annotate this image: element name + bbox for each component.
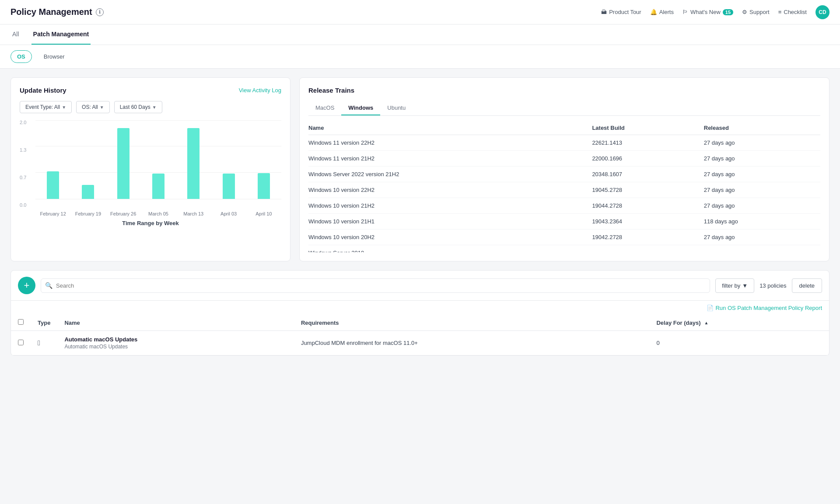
col-latest-build: Latest Build xyxy=(592,121,704,135)
release-name: Windows 11 version 22H2 xyxy=(308,135,592,151)
release-name: Windows 10 version 22H2 xyxy=(308,182,592,198)
filter-by-button[interactable]: filter by ▼ xyxy=(715,278,754,293)
chart-bar xyxy=(117,128,130,199)
tab-all[interactable]: All xyxy=(10,24,21,45)
release-name: Windows Server 2022 version 21H2 xyxy=(308,167,592,182)
support-label: Support xyxy=(749,9,770,15)
support-nav[interactable]: ⚙ Support xyxy=(742,9,770,15)
col-type: Type xyxy=(31,315,57,331)
bar-group xyxy=(211,120,246,199)
product-tour-nav[interactable]: 🏔 Product Tour xyxy=(601,9,641,15)
main-tabs: All Patch Management xyxy=(0,24,840,45)
policies-table: Type Name Requirements Delay For (days) … xyxy=(11,315,829,355)
chart-x-label: March 05 xyxy=(141,211,176,216)
dropdown-arrow-icon: ▼ xyxy=(152,105,157,110)
policies-section: + 🔍 filter by ▼ 13 policies delete 📄 Run… xyxy=(10,270,830,356)
row-requirements-cell: JumpCloud MDM enrollment for macOS 11.0+ xyxy=(294,331,650,355)
chart-y-labels: 2.0 1.3 0.7 0.0 xyxy=(20,120,26,208)
col-checkbox xyxy=(11,315,31,331)
sub-tab-browser[interactable]: Browser xyxy=(37,50,71,63)
update-history-card: Update History View Activity Log Event T… xyxy=(10,77,290,261)
checklist-icon: ≡ xyxy=(778,9,782,15)
release-released: 27 days ago xyxy=(704,151,820,167)
chart-footer-label: Time Range by Week xyxy=(20,220,281,226)
release-build: 19043.2364 xyxy=(592,214,704,229)
row-name-cell: Automatic macOS Updates Automatic macOS … xyxy=(57,331,294,355)
release-table-wrapper[interactable]: Name Latest Build Released Windows 11 ve… xyxy=(308,121,820,252)
y-label-0: 0.0 xyxy=(20,203,26,208)
search-input[interactable] xyxy=(41,278,710,293)
header-left: Policy Management ℹ xyxy=(10,7,104,17)
release-name: Windows 10 version 21H1 xyxy=(308,214,592,229)
date-range-filter[interactable]: Last 60 Days ▼ xyxy=(114,101,162,113)
page-title: Policy Management xyxy=(10,7,92,17)
whats-new-badge: 15 xyxy=(723,9,733,15)
release-build: 19042.2728 xyxy=(592,229,704,245)
os-filter[interactable]: OS: All ▼ xyxy=(76,101,110,113)
policies-count: 13 policies xyxy=(760,282,786,289)
report-link[interactable]: 📄 Run OS Patch Management Policy Report xyxy=(707,305,822,311)
event-type-filter[interactable]: Event Type: All ▼ xyxy=(20,101,72,113)
release-build: 19044.2728 xyxy=(592,198,704,214)
bars-container xyxy=(35,120,281,199)
filters: Event Type: All ▼ OS: All ▼ Last 60 Days… xyxy=(20,101,281,113)
view-activity-link[interactable]: View Activity Log xyxy=(239,87,281,94)
flag-icon: 🏳 xyxy=(682,9,688,15)
chart-x-label: February 19 xyxy=(70,211,105,216)
tab-windows[interactable]: Windows xyxy=(341,101,380,115)
bar-group xyxy=(106,120,141,199)
checklist-nav[interactable]: ≡ Checklist xyxy=(778,9,807,15)
update-history-title: Update History xyxy=(20,87,66,94)
whats-new-nav[interactable]: 🏳 What's New 15 xyxy=(682,9,733,15)
row-checkbox-cell xyxy=(11,331,31,355)
sub-tab-os[interactable]: OS xyxy=(10,50,32,63)
cards-row: Update History View Activity Log Event T… xyxy=(10,77,830,261)
alerts-label: Alerts xyxy=(659,9,674,15)
release-released: 27 days ago xyxy=(704,198,820,214)
release-build: 22621.1413 xyxy=(592,135,704,151)
table-row: Windows 11 version 22H2 22621.1413 27 da… xyxy=(308,135,820,151)
table-row:  Automatic macOS Updates Automatic macO… xyxy=(11,331,829,355)
row-delay-cell: 0 xyxy=(649,331,829,355)
bar-group xyxy=(35,120,70,199)
chart-x-label: March 13 xyxy=(176,211,211,216)
tab-macos[interactable]: MacOS xyxy=(308,101,341,115)
alerts-nav[interactable]: 🔔 Alerts xyxy=(650,9,674,15)
dropdown-arrow-icon: ▼ xyxy=(742,282,748,289)
release-name: Windows 10 version 20H2 xyxy=(308,229,592,245)
chart-x-label: April 10 xyxy=(246,211,281,216)
apple-icon:  xyxy=(38,339,40,347)
tab-ubuntu[interactable]: Ubuntu xyxy=(380,101,413,115)
info-icon[interactable]: ℹ xyxy=(96,8,104,16)
product-tour-label: Product Tour xyxy=(609,9,641,15)
avatar[interactable]: CD xyxy=(816,5,830,19)
alerts-icon: 🔔 xyxy=(650,9,657,15)
main-content: Update History View Activity Log Event T… xyxy=(0,69,840,365)
bar-group xyxy=(176,120,211,199)
release-build: 20348.1607 xyxy=(592,167,704,182)
table-row: Windows 10 version 20H2 19042.2728 27 da… xyxy=(308,229,820,245)
gear-icon: ⚙ xyxy=(742,9,747,15)
table-row: Windows Server 2022 version 21H2 20348.1… xyxy=(308,167,820,182)
col-requirements: Requirements xyxy=(294,315,650,331)
chart-bars-area xyxy=(35,120,281,199)
dropdown-arrow-icon: ▼ xyxy=(100,105,104,110)
policies-toolbar: + 🔍 filter by ▼ 13 policies delete xyxy=(11,271,829,301)
app-header: Policy Management ℹ 🏔 Product Tour 🔔 Ale… xyxy=(0,0,840,24)
select-all-checkbox[interactable] xyxy=(18,319,24,325)
add-policy-button[interactable]: + xyxy=(18,277,35,294)
row-checkbox[interactable] xyxy=(18,340,24,345)
col-name: Name xyxy=(308,121,592,135)
tab-patch-management[interactable]: Patch Management xyxy=(32,24,91,45)
bar-group xyxy=(70,120,105,199)
col-name: Name xyxy=(57,315,294,331)
release-table: Name Latest Build Released Windows 11 ve… xyxy=(308,121,820,252)
release-name: Windows 10 version 21H2 xyxy=(308,198,592,214)
chart-x-labels: February 12February 19February 26March 0… xyxy=(35,211,281,216)
bar-group xyxy=(246,120,281,199)
delete-button[interactable]: delete xyxy=(792,278,822,293)
chart-bar xyxy=(82,185,94,199)
release-build: 22000.1696 xyxy=(592,151,704,167)
sort-arrow-icon: ▲ xyxy=(704,320,709,325)
product-tour-icon: 🏔 xyxy=(601,9,607,15)
